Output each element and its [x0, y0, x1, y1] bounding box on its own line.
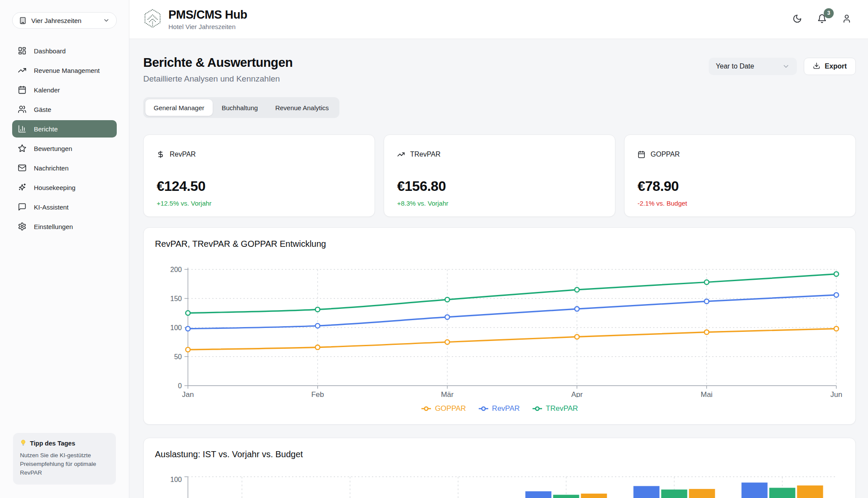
lightbulb-icon — [20, 439, 26, 447]
data-point-revpar — [704, 299, 709, 304]
bar-chart-title: Auslastung: IST vs. Vorjahr vs. Budget — [155, 449, 844, 459]
report-tabs: General ManagerBuchhaltungRevenue Analyt… — [143, 97, 339, 118]
tab-label: General Manager — [154, 104, 204, 111]
tip-text: Nutzen Sie die KI-gestützte Preisempfehl… — [20, 451, 109, 477]
sidebar-item-dashboard[interactable]: Dashboard — [12, 42, 117, 59]
message-icon — [18, 203, 26, 211]
notifications-button[interactable]: 3 — [816, 14, 828, 25]
users-icon — [18, 105, 26, 114]
bar-chart-card: Auslastung: IST vs. Vorjahr vs. Budget 1… — [143, 438, 856, 498]
sidebar-item-gaste[interactable]: Gäste — [12, 101, 117, 118]
property-selector[interactable]: Vier Jahreszeiten — [12, 12, 117, 29]
bar-chart-svg: 100 — [155, 465, 845, 498]
building-icon — [19, 17, 26, 24]
data-point-goppar — [316, 345, 320, 349]
legend-marker-icon — [532, 406, 542, 411]
bar-ist-apr — [526, 491, 552, 498]
data-point-goppar — [186, 347, 190, 352]
svg-text:0: 0 — [178, 382, 182, 390]
period-selector[interactable]: Year to Date — [709, 58, 797, 75]
sidebar-item-nachrichten[interactable]: Nachrichten — [12, 159, 117, 177]
line-chart-card: RevPAR, TRevPAR & GOPPAR Entwicklung 050… — [143, 227, 856, 425]
kpi-card-revpar: RevPAR€124.50+12.5% vs. Vorjahr — [143, 134, 375, 217]
svg-text:Apr: Apr — [571, 390, 583, 397]
sidebar-item-label: Housekeeping — [34, 184, 76, 191]
export-button[interactable]: Export — [804, 58, 856, 75]
main-column: PMS/CMS Hub Hotel Vier Jahreszeiten 3 Be… — [129, 0, 868, 498]
data-point-trevpar — [704, 280, 709, 284]
svg-text:50: 50 — [174, 353, 182, 360]
page-content: Berichte & Auswertungen Detaillierte Ana… — [129, 39, 868, 498]
bar-budget-mai — [689, 489, 715, 498]
sidebar-item-label: Nachrichten — [34, 164, 69, 172]
bar-chart: 100 — [155, 465, 844, 498]
legend-marker-icon — [421, 406, 431, 411]
svg-text:100: 100 — [170, 476, 182, 483]
sidebar-item-label: Revenue Management — [34, 67, 100, 74]
legend-label: GOPPAR — [435, 404, 466, 413]
bar-vorjahr-apr — [553, 495, 579, 498]
legend-label: RevPAR — [492, 404, 520, 413]
settings-icon — [18, 222, 26, 231]
moon-icon — [792, 14, 802, 23]
tab-label: Buchhaltung — [222, 104, 258, 111]
sidebar-item-einstellungen[interactable]: Einstellungen — [12, 218, 117, 235]
tab-buchhaltung[interactable]: Buchhaltung — [214, 99, 266, 116]
sidebar-item-berichte[interactable]: Berichte — [12, 120, 117, 138]
sidebar-item-housekeeping[interactable]: Housekeeping — [12, 179, 117, 196]
tip-title: Tipp des Tages — [30, 440, 75, 447]
app-root: Vier Jahreszeiten DashboardRevenue Manag… — [0, 0, 868, 498]
star-icon — [18, 144, 26, 153]
sidebar-item-label: Berichte — [34, 125, 58, 133]
data-point-trevpar — [834, 272, 838, 276]
notification-badge: 3 — [824, 8, 834, 18]
sidebar-item-kalender[interactable]: Kalender — [12, 81, 117, 98]
tab-general-manager[interactable]: General Manager — [145, 99, 213, 116]
sparkles-icon — [18, 183, 26, 192]
data-point-goppar — [445, 340, 449, 344]
dashboard-icon — [18, 46, 26, 55]
page-header-actions: Year to Date Export — [709, 58, 856, 75]
bar-ist-mai — [634, 486, 660, 498]
export-label: Export — [825, 62, 847, 70]
sidebar-item-bewertungen[interactable]: Bewertungen — [12, 140, 117, 157]
chevron-down-icon — [782, 62, 790, 70]
line-chart-legend: GOPPARRevPARTRevPAR — [155, 404, 844, 413]
line-chart-svg: 050100150200JanFebMärAprMaiJun — [155, 263, 845, 397]
sidebar-item-label: Dashboard — [34, 47, 66, 55]
data-point-revpar — [575, 307, 579, 311]
sidebar-item-label: Einstellungen — [34, 223, 73, 230]
page-header: Berichte & Auswertungen Detaillierte Ana… — [143, 56, 856, 84]
sidebar-item-ki-assistent[interactable]: KI-Assistent — [12, 198, 117, 216]
calendar-icon — [18, 85, 26, 94]
tab-revenue-analytics[interactable]: Revenue Analytics — [267, 99, 337, 116]
legend-item-trevpar: TRevPAR — [532, 404, 578, 413]
line-chart: 050100150200JanFebMärAprMaiJun — [155, 263, 844, 399]
data-point-trevpar — [186, 311, 190, 315]
calendar-icon — [638, 151, 645, 158]
svg-text:Mär: Mär — [441, 390, 454, 397]
legend-marker-icon — [478, 406, 489, 411]
series-line-goppar — [188, 329, 836, 350]
sidebar-item-revenue-management[interactable]: Revenue Management — [12, 62, 117, 79]
user-menu-button[interactable] — [841, 14, 852, 25]
svg-text:150: 150 — [170, 295, 182, 302]
trending-up-icon — [18, 66, 26, 75]
data-point-revpar — [445, 315, 449, 319]
svg-text:Jan: Jan — [182, 390, 194, 397]
tip-of-the-day: Tipp des Tages Nutzen Sie die KI-gestütz… — [13, 433, 116, 485]
brand: PMS/CMS Hub Hotel Vier Jahreszeiten — [143, 8, 247, 30]
data-point-trevpar — [575, 288, 579, 292]
kpi-label: TRevPAR — [410, 151, 441, 158]
trending-up-icon — [397, 151, 405, 158]
svg-text:Jun: Jun — [830, 390, 842, 397]
dark-mode-toggle[interactable] — [792, 14, 803, 25]
kpi-cards: RevPAR€124.50+12.5% vs. VorjahrTRevPAR€1… — [143, 134, 856, 217]
legend-item-revpar: RevPAR — [478, 404, 520, 413]
page-subtitle: Detaillierte Analysen und Kennzahlen — [143, 74, 293, 84]
data-point-goppar — [834, 326, 838, 331]
data-point-trevpar — [316, 307, 320, 311]
kpi-label: RevPAR — [170, 151, 196, 158]
data-point-revpar — [186, 326, 190, 331]
legend-label: TRevPAR — [546, 404, 578, 413]
